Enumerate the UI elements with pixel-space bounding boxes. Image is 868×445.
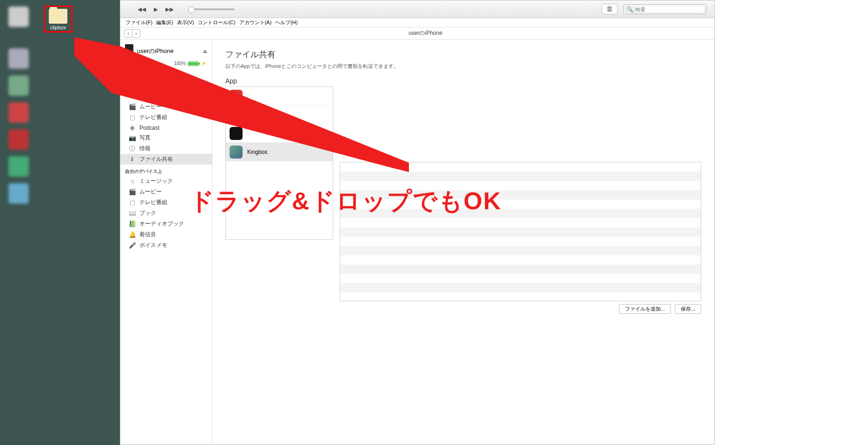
search-input[interactable] (635, 7, 704, 12)
folder-icon (49, 9, 67, 24)
sidebar-item-ファイル共有[interactable]: ⬇ファイル共有 (120, 154, 212, 165)
app-row[interactable] (226, 87, 333, 106)
sidebar-label: 写真 (139, 134, 151, 142)
sidebar-icon: 🎬 (129, 188, 136, 195)
sidebar-label: ミュージック (139, 92, 173, 100)
app-row[interactable] (226, 106, 333, 124)
sidebar-label: ブック (139, 209, 156, 217)
search-icon: 🔍 (626, 6, 633, 13)
sidebar-item-テレビ番組[interactable]: ▢テレビ番組 (120, 112, 212, 123)
sidebar-icon: 📗 (129, 220, 136, 227)
battery-pct: 100% (174, 61, 186, 66)
sidebar-item-オーディオブック[interactable]: 📗オーディオブック (120, 219, 212, 229)
add-file-button[interactable]: ファイルを追加... (619, 304, 671, 314)
app-header: App (225, 77, 701, 85)
desktop-icon-blur (8, 75, 29, 96)
sidebar-item-概要[interactable]: ≣概要 (120, 80, 212, 91)
list-view-button[interactable]: ☰ (602, 4, 618, 14)
sidebar-icon: ◉ (129, 124, 136, 131)
sidebar-label: ムービー (139, 188, 162, 196)
sidebar-label: テレビ番組 (139, 199, 167, 206)
sidebar: userのiPhone ⏏ 100% ⚡ 設定 ≣概要♫ミュージック🎬ムービー▢… (120, 40, 212, 445)
sidebar-icon: 🎤 (129, 242, 136, 249)
volume-slider[interactable] (188, 8, 235, 10)
sidebar-label: ムービー (139, 103, 162, 111)
nav-back-button[interactable]: ‹ (125, 30, 132, 37)
next-button[interactable]: ▶▶ (165, 5, 174, 14)
menu-view[interactable]: 表示(V) (176, 19, 196, 26)
menu-file[interactable]: ファイル(F) (124, 19, 154, 26)
play-button[interactable]: ▶ (151, 5, 160, 14)
device-header[interactable]: userのiPhone ⏏ (120, 41, 212, 61)
sidebar-label: ファイル共有 (139, 155, 173, 163)
sidebar-item-ムービー[interactable]: 🎬ムービー (120, 186, 212, 197)
sidebar-icon: ♫ (129, 178, 136, 185)
app-icon (230, 108, 243, 121)
sidebar-icon: ♫ (129, 93, 136, 100)
sidebar-label: 情報 (139, 145, 151, 153)
page-title: ファイル共有 (225, 49, 701, 60)
sidebar-icon: 🎬 (129, 103, 136, 110)
charging-icon: ⚡ (201, 61, 206, 66)
sidebar-item-ミュージック[interactable]: ♫ミュージック (120, 176, 212, 186)
nav-buttons: ‹ › (124, 29, 140, 38)
sidebar-label: ボイスメモ (139, 241, 167, 249)
app-row[interactable]: Kingbox. (226, 143, 333, 161)
sidebar-label: 概要 (139, 81, 151, 89)
sidebar-item-テレビ番組[interactable]: ▢テレビ番組 (120, 197, 212, 208)
folder-label: clipbox (49, 25, 67, 30)
desktop-icon-blur (8, 102, 29, 123)
desktop-folder-clipbox[interactable]: clipbox (44, 6, 72, 33)
section-self-device: 自分のデバイス上 (120, 165, 212, 176)
menu-edit[interactable]: 編集(E) (155, 19, 175, 26)
menu-help[interactable]: ヘルプ(H) (274, 19, 299, 26)
app-icon (230, 146, 243, 159)
sidebar-label: ミュージック (139, 177, 173, 185)
sidebar-icon: ≣ (129, 82, 136, 89)
file-drop-area[interactable] (340, 162, 701, 301)
search-field[interactable]: 🔍 (623, 4, 707, 14)
sidebar-item-ミュージック[interactable]: ♫ミュージック (120, 91, 212, 101)
sidebar-label: Podcast (139, 125, 159, 131)
eject-icon[interactable]: ⏏ (203, 48, 207, 54)
sidebar-label: オーディオブック (139, 220, 184, 228)
sidebar-icon: 📖 (129, 210, 136, 217)
menu-account[interactable]: アカウント(A) (238, 19, 273, 26)
desktop-background: clipbox (0, 0, 120, 445)
prev-button[interactable]: ◀◀ (137, 5, 146, 14)
desktop-icon-blur (8, 183, 29, 204)
save-button[interactable]: 保存... (675, 304, 701, 314)
menu-control[interactable]: コントロール(C) (196, 19, 237, 26)
sidebar-item-ボイスメモ[interactable]: 🎤ボイスメモ (120, 240, 212, 251)
main-content: ファイル共有 以下のAppでは、iPhoneとこのコンピュータとの間で書類を転送… (212, 40, 714, 445)
desktop-icon-blur (8, 129, 29, 150)
sidebar-icon: 📷 (129, 134, 136, 141)
sidebar-item-ブック[interactable]: 📖ブック (120, 208, 212, 219)
sidebar-item-写真[interactable]: 📷写真 (120, 133, 212, 143)
sidebar-icon: ▢ (129, 114, 136, 121)
menubar: ファイル(F) 編集(E) 表示(V) コントロール(C) アカウント(A) ヘ… (120, 18, 714, 27)
sidebar-item-着信音[interactable]: 🔔着信音 (120, 229, 212, 240)
app-icon (230, 127, 243, 140)
page-description: 以下のAppでは、iPhoneとこのコンピュータとの間で書類を転送できます。 (225, 63, 701, 70)
nav-title: userのiPhone (140, 29, 710, 37)
playback-controls: ◀◀ ▶ ▶▶ (137, 5, 174, 14)
desktop-icon-blur (8, 48, 29, 69)
desktop-icon-blur (8, 156, 29, 177)
sidebar-label: テレビ番組 (139, 113, 167, 121)
app-row[interactable] (226, 124, 333, 143)
sidebar-item-ムービー[interactable]: 🎬ムービー (120, 101, 212, 112)
nav-forward-button[interactable]: › (132, 30, 140, 37)
app-list[interactable]: Kingbox. (225, 86, 333, 240)
itunes-window: ◀◀ ▶ ▶▶ ☰ 🔍 ファイル(F) 編集(E) 表示(V) コントロール(C… (120, 0, 715, 445)
desktop-icon-blur (8, 7, 29, 27)
sidebar-item-Podcast[interactable]: ◉Podcast (120, 123, 212, 133)
sidebar-icon: ▢ (129, 199, 136, 206)
sidebar-item-情報[interactable]: ⓘ情報 (120, 143, 212, 154)
device-name: userのiPhone (137, 47, 174, 55)
toolbar: ◀◀ ▶ ▶▶ ☰ 🔍 (120, 0, 714, 18)
app-name: Kingbox. (247, 149, 269, 155)
iphone-icon (125, 44, 133, 58)
sidebar-icon: ⬇ (129, 156, 136, 163)
battery-icon (188, 61, 199, 66)
